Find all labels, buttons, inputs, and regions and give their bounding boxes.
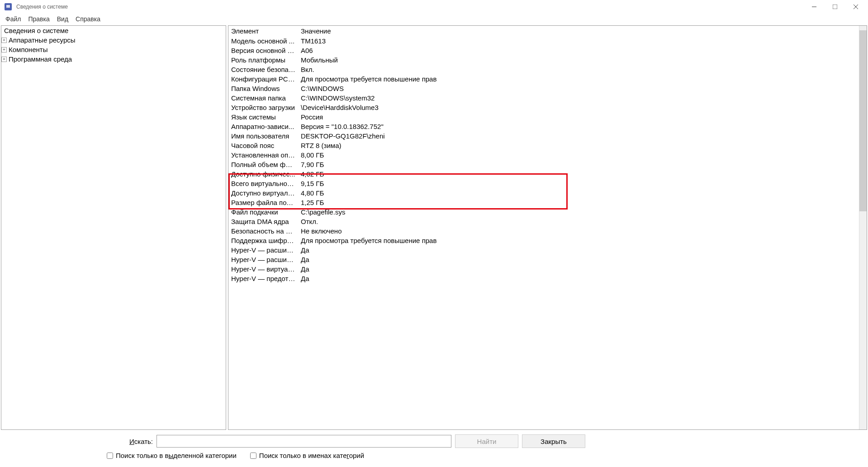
close-search-button[interactable]: Закрыть bbox=[522, 434, 585, 448]
table-row[interactable]: Версия основной п...A06 bbox=[228, 46, 859, 55]
table-row[interactable]: Конфигурация PCR7Для просмотра требуется… bbox=[228, 74, 859, 84]
row-label: Роль платформы bbox=[228, 56, 298, 64]
main-content: Сведения о системе +Аппаратные ресурсы+К… bbox=[0, 24, 868, 431]
menu-view[interactable]: Вид bbox=[53, 14, 72, 24]
row-label: Файл подкачки bbox=[228, 208, 298, 216]
row-value: Да bbox=[298, 255, 859, 264]
tree-item[interactable]: +Аппаратные ресурсы bbox=[1, 35, 226, 45]
search-input[interactable] bbox=[157, 435, 451, 448]
options-row: Поиск только в выделенной категории Поис… bbox=[5, 452, 863, 459]
row-value: Россия bbox=[298, 113, 859, 121]
table-row[interactable]: Модель основной ...TM1613 bbox=[228, 36, 859, 46]
row-label: Состояние безопас... bbox=[228, 65, 298, 74]
header-value[interactable]: Значение bbox=[298, 26, 465, 36]
row-label: Безопасность на ос... bbox=[228, 227, 298, 235]
row-label: Размер файла подк... bbox=[228, 198, 298, 207]
bottom-panel: Искать: Найти Закрыть Поиск только в выд… bbox=[0, 431, 868, 467]
row-label: Папка Windows bbox=[228, 84, 298, 93]
svg-rect-0 bbox=[6, 5, 10, 8]
row-value: 4,02 ГБ bbox=[298, 170, 859, 178]
table-row[interactable]: Доступно виртуаль...4,80 ГБ bbox=[228, 188, 859, 198]
table-row[interactable]: Размер файла подк...1,25 ГБ bbox=[228, 198, 859, 207]
row-label: Hyper-V — расшир... bbox=[228, 255, 298, 264]
table-row[interactable]: Hyper-V — расшир...Да bbox=[228, 255, 859, 264]
table-row[interactable]: Имя пользователяDESKTOP-GQ1G82F\zheni bbox=[228, 131, 859, 141]
table-row[interactable]: Hyper-V — расшир...Да bbox=[228, 245, 859, 255]
menu-edit[interactable]: Правка bbox=[24, 14, 53, 24]
table-row[interactable]: Безопасность на ос...Не включено bbox=[228, 226, 859, 236]
option-label-1: Поиск только в выделенной категории bbox=[116, 452, 237, 459]
row-label: Полный объем физ... bbox=[228, 160, 298, 169]
row-label: Поддержка шифро... bbox=[228, 236, 298, 245]
svg-rect-2 bbox=[833, 5, 837, 9]
table-row[interactable]: Установленная опе...8,00 ГБ bbox=[228, 150, 859, 160]
row-value: Для просмотра требуется повышение прав bbox=[298, 236, 859, 245]
table-row[interactable]: Защита DMA ядраОткл. bbox=[228, 217, 859, 226]
table-header: Элемент Значение bbox=[228, 26, 859, 36]
tree-root[interactable]: Сведения о системе bbox=[1, 26, 226, 35]
details-table: Элемент Значение Модель основной ...TM16… bbox=[228, 26, 859, 429]
row-value: Не включено bbox=[298, 227, 859, 235]
row-label: Устройство загрузки bbox=[228, 103, 298, 112]
row-label: Язык системы bbox=[228, 113, 298, 121]
table-row[interactable]: Состояние безопас...Вкл. bbox=[228, 65, 859, 74]
row-label: Hyper-V — виртуал... bbox=[228, 265, 298, 273]
row-label: Hyper-V — расшир... bbox=[228, 246, 298, 254]
table-row[interactable]: Часовой поясRTZ 8 (зима) bbox=[228, 141, 859, 150]
tree-panel: Сведения о системе +Аппаратные ресурсы+К… bbox=[1, 25, 226, 430]
menu-file[interactable]: Файл bbox=[2, 14, 24, 24]
checkbox-selected-category[interactable] bbox=[107, 453, 113, 459]
table-row[interactable]: Устройство загрузки\Device\HarddiskVolum… bbox=[228, 103, 859, 112]
row-label: Доступно виртуаль... bbox=[228, 189, 298, 197]
tree-item[interactable]: +Компоненты bbox=[1, 45, 226, 54]
row-value: Откл. bbox=[298, 217, 859, 226]
table-row[interactable]: Папка WindowsC:\WINDOWS bbox=[228, 84, 859, 93]
row-value: \Device\HarddiskVolume3 bbox=[298, 103, 859, 112]
maximize-button[interactable] bbox=[825, 0, 845, 14]
row-value: RTZ 8 (зима) bbox=[298, 141, 859, 150]
row-value: Мобильный bbox=[298, 56, 859, 64]
checkbox-category-names[interactable] bbox=[250, 453, 256, 459]
row-value: 4,80 ГБ bbox=[298, 189, 859, 197]
row-label: Модель основной ... bbox=[228, 37, 298, 45]
table-row[interactable]: Поддержка шифро...Для просмотра требуетс… bbox=[228, 236, 859, 245]
header-element[interactable]: Элемент bbox=[228, 26, 298, 36]
find-button[interactable]: Найти bbox=[455, 434, 518, 448]
expand-icon[interactable]: + bbox=[1, 38, 7, 43]
row-label: Всего виртуальной ... bbox=[228, 179, 298, 188]
header-spacer[interactable] bbox=[465, 26, 859, 36]
menubar: Файл Правка Вид Справка bbox=[0, 14, 868, 24]
row-value: C:\WINDOWS\system32 bbox=[298, 94, 859, 102]
option-category-names[interactable]: Поиск только в именах категорий bbox=[250, 452, 364, 459]
row-value: TM1613 bbox=[298, 37, 859, 45]
table-row[interactable]: Hyper-V — предотв...Да bbox=[228, 274, 859, 283]
expand-icon[interactable]: + bbox=[1, 47, 7, 52]
option-label-2: Поиск только в именах категорий bbox=[259, 452, 364, 459]
close-button[interactable] bbox=[845, 0, 866, 14]
scrollbar-thumb[interactable] bbox=[859, 30, 867, 211]
minimize-button[interactable] bbox=[804, 0, 825, 14]
expand-icon[interactable]: + bbox=[1, 57, 7, 62]
tree-item[interactable]: +Программная среда bbox=[1, 54, 226, 64]
table-row[interactable]: Роль платформыМобильный bbox=[228, 55, 859, 65]
table-row[interactable]: Hyper-V — виртуал...Да bbox=[228, 264, 859, 274]
row-value: 9,15 ГБ bbox=[298, 179, 859, 188]
table-row[interactable]: Язык системыРоссия bbox=[228, 112, 859, 122]
row-value: C:\WINDOWS bbox=[298, 84, 859, 93]
row-value: 1,25 ГБ bbox=[298, 198, 859, 207]
search-label: Искать: bbox=[5, 438, 153, 445]
table-row[interactable]: Аппаратно-зависи...Версия = "10.0.18362.… bbox=[228, 122, 859, 131]
row-value: 8,00 ГБ bbox=[298, 151, 859, 159]
menu-help[interactable]: Справка bbox=[72, 14, 104, 24]
row-label: Конфигурация PCR7 bbox=[228, 75, 298, 83]
row-value: Версия = "10.0.18362.752" bbox=[298, 122, 859, 131]
row-label: Hyper-V — предотв... bbox=[228, 274, 298, 283]
table-row[interactable]: Файл подкачкиC:\pagefile.sys bbox=[228, 207, 859, 217]
table-row[interactable]: Доступно физичес...4,02 ГБ bbox=[228, 169, 859, 179]
option-selected-category[interactable]: Поиск только в выделенной категории bbox=[107, 452, 237, 459]
table-row[interactable]: Системная папкаC:\WINDOWS\system32 bbox=[228, 93, 859, 103]
table-row[interactable]: Всего виртуальной ...9,15 ГБ bbox=[228, 179, 859, 188]
scrollbar[interactable] bbox=[859, 26, 867, 429]
table-row[interactable]: Полный объем физ...7,90 ГБ bbox=[228, 160, 859, 169]
row-value: Для просмотра требуется повышение прав bbox=[298, 75, 859, 83]
